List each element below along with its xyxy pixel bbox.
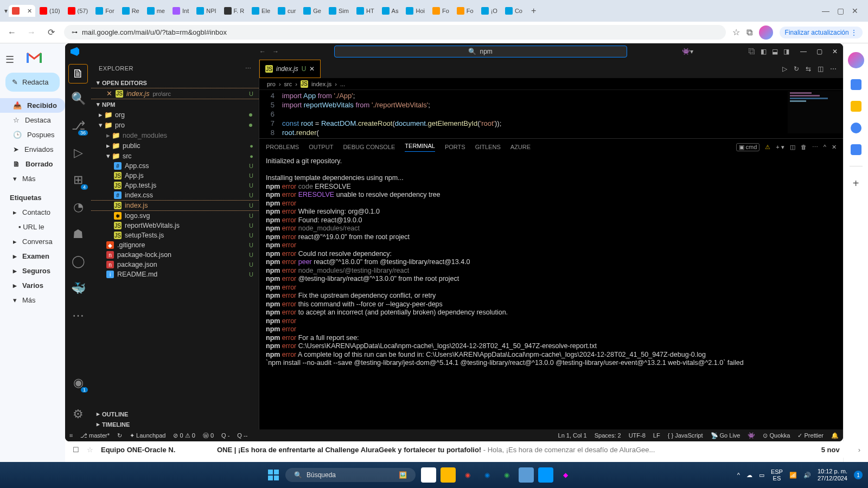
browser-tab[interactable]: F. R bbox=[221, 5, 248, 17]
star-icon[interactable]: ☆ bbox=[87, 446, 93, 454]
gmail-nav-item[interactable]: 📥Recibido bbox=[0, 98, 65, 113]
wifi-icon[interactable]: 📶 bbox=[789, 472, 797, 479]
browser-tab[interactable]: me bbox=[144, 5, 168, 17]
more-activity-icon[interactable]: ⋯ bbox=[66, 304, 90, 328]
gmail-label-item[interactable]: ▸Contacto bbox=[0, 205, 65, 220]
folder-org[interactable]: ▸ 📁 org bbox=[91, 110, 259, 120]
editor-tab[interactable]: JS index.js U ✕ bbox=[259, 60, 321, 78]
edge-icon[interactable]: ◉ bbox=[480, 467, 495, 483]
vsc-minimize-icon[interactable]: — bbox=[800, 48, 807, 55]
code-editor[interactable]: 4import App from './App';5import reportW… bbox=[259, 90, 843, 138]
battery-icon[interactable]: ▭ bbox=[759, 472, 764, 479]
open-editors-section[interactable]: ▾ OPEN EDITORS bbox=[91, 78, 259, 88]
bookmark-star-icon[interactable]: ☆ bbox=[732, 27, 740, 37]
editor-more-icon[interactable]: ⋯ bbox=[830, 65, 837, 73]
terminal-output[interactable]: Initialized a git repository. Installing… bbox=[259, 155, 843, 429]
close-editor-icon[interactable]: ✕ bbox=[106, 89, 112, 98]
split-editor-icon[interactable]: ◫ bbox=[818, 65, 824, 73]
gmail-label-item[interactable]: ▸Seguros bbox=[0, 264, 65, 278]
file-package-lock-json[interactable]: n package-lock.jsonU bbox=[91, 250, 259, 260]
browser-tab[interactable]: HT bbox=[353, 5, 378, 17]
prettier-status[interactable]: ✓ Prettier bbox=[797, 432, 824, 439]
panel-tab-debug-console[interactable]: DEBUG CONSOLE bbox=[343, 144, 395, 150]
go-live-status[interactable]: 📡 Go Live bbox=[711, 432, 741, 439]
command-center[interactable]: 🔍 npm bbox=[334, 46, 627, 57]
file-App-js[interactable]: JS App.jsU bbox=[91, 171, 259, 181]
file-App-css[interactable]: # App.cssU bbox=[91, 161, 259, 171]
browser-tab[interactable]: (10) bbox=[36, 5, 63, 17]
browser-tab[interactable]: Int bbox=[169, 5, 192, 17]
gmail-nav-item[interactable]: ▾Más bbox=[0, 171, 65, 186]
extensions-icon[interactable]: ⧉ bbox=[746, 28, 752, 37]
explorer-activity-icon[interactable]: 🗎 bbox=[68, 64, 88, 84]
sync-status-icon[interactable]: ↻ bbox=[117, 432, 122, 439]
settings-activity-icon[interactable]: ⚙ bbox=[66, 402, 90, 426]
taskbar-search[interactable]: 🔍 Búsqueda 🖼️ bbox=[285, 468, 416, 482]
calendar-icon[interactable] bbox=[851, 79, 861, 90]
tab-dropdown-icon[interactable]: ▾ bbox=[4, 7, 8, 15]
file-README-md[interactable]: i README.mdU bbox=[91, 269, 259, 279]
github-activity-icon[interactable]: ◯ bbox=[66, 249, 90, 273]
layout-icon[interactable]: ⿻ bbox=[749, 48, 755, 55]
window-minimize-icon[interactable]: — bbox=[822, 7, 829, 15]
keep-icon[interactable] bbox=[851, 101, 861, 112]
tasks-icon[interactable] bbox=[851, 123, 861, 133]
q-status[interactable]: Q - bbox=[221, 432, 229, 439]
window-close-icon[interactable]: ✕ bbox=[852, 7, 858, 15]
gmail-label-item[interactable]: ▪ URL le bbox=[0, 220, 65, 234]
browser-tab[interactable]: As bbox=[379, 5, 402, 17]
run-debug-activity-icon[interactable]: ▷ bbox=[66, 141, 90, 165]
compose-button[interactable]: ✎ Redacta bbox=[5, 73, 60, 92]
eol-status[interactable]: LF bbox=[653, 432, 660, 439]
email-list-row[interactable]: ☐ ☆ Equipo ONE-Oracle N. ONE | ¡Es hora … bbox=[65, 441, 868, 458]
forward-button[interactable]: → bbox=[25, 28, 38, 37]
kill-terminal-icon[interactable]: 🗑 bbox=[801, 144, 807, 150]
new-terminal-icon[interactable]: + ▾ bbox=[776, 144, 784, 151]
browser-tab[interactable]: For bbox=[92, 5, 118, 17]
indent-status[interactable]: Spaces: 2 bbox=[595, 432, 621, 439]
extensions-activity-icon[interactable]: ⊞4 bbox=[66, 168, 90, 192]
breadcrumb[interactable]: pro › src › JS index.js › ... bbox=[259, 78, 843, 90]
branch-status[interactable]: ⎇ master* bbox=[80, 432, 110, 439]
task-view-icon[interactable] bbox=[421, 467, 436, 483]
browser-tab[interactable]: Fo bbox=[429, 5, 452, 17]
panel-tab-gitlens[interactable]: GITLENS bbox=[475, 144, 501, 150]
folder-src[interactable]: ▾ 📁 src● bbox=[91, 151, 259, 161]
browser-tab[interactable]: Fo bbox=[454, 5, 477, 17]
terminal-more-icon[interactable]: ⋯ bbox=[812, 144, 818, 151]
language-indicator[interactable]: ESPES bbox=[771, 468, 783, 481]
panel-right-icon[interactable]: ◨ bbox=[783, 48, 789, 55]
file-explorer-icon[interactable] bbox=[441, 467, 456, 483]
panel-bottom-icon[interactable]: ⬓ bbox=[772, 48, 778, 55]
file-setupTests-js[interactable]: JS setupTests.jsU bbox=[91, 230, 259, 240]
close-tab-icon[interactable]: ✕ bbox=[309, 65, 315, 73]
gmail-label-item[interactable]: ▸Examen bbox=[0, 249, 65, 264]
close-panel-icon[interactable]: ✕ bbox=[832, 144, 837, 151]
notifications-taskbar-icon[interactable]: 1 bbox=[854, 471, 863, 479]
file--gitignore[interactable]: ◆ .gitignoreU bbox=[91, 240, 259, 250]
vscode-taskbar-icon[interactable] bbox=[538, 467, 553, 483]
gmail-label-item[interactable]: ▸Varios bbox=[0, 278, 65, 293]
gmail-label-item[interactable]: ▾Más bbox=[0, 293, 65, 307]
gmail-nav-item[interactable]: 🗎Borrado bbox=[0, 157, 65, 171]
profile-avatar[interactable] bbox=[759, 25, 773, 40]
panel-tab-terminal[interactable]: TERMINAL bbox=[405, 143, 435, 152]
docker-activity-icon[interactable]: 🐳 bbox=[66, 277, 90, 300]
file-index-css[interactable]: # index.cssU bbox=[91, 190, 259, 200]
copilot-status-icon[interactable]: 👾 bbox=[748, 432, 755, 439]
titlebar-forward-icon[interactable]: → bbox=[272, 48, 279, 55]
run-debug-icon[interactable]: ↻ bbox=[794, 65, 799, 73]
clock[interactable]: 10:12 p. m.27/12/2024 bbox=[818, 468, 847, 482]
add-panel-icon[interactable]: + bbox=[853, 177, 859, 190]
warnings-status[interactable]: Ⓦ 0 bbox=[203, 432, 214, 440]
source-control-activity-icon[interactable]: ⎇36 bbox=[66, 114, 90, 138]
window-restore-icon[interactable]: ▢ bbox=[837, 7, 844, 15]
expand-icon[interactable]: › bbox=[858, 446, 860, 454]
maximize-panel-icon[interactable]: ^ bbox=[824, 144, 826, 150]
site-info-icon[interactable]: ⊶ bbox=[72, 29, 78, 36]
panel-tab-ports[interactable]: PORTS bbox=[445, 144, 465, 150]
back-button[interactable]: ← bbox=[5, 28, 18, 37]
browser-tab[interactable]: ✕ bbox=[9, 5, 35, 17]
menu-icon[interactable]: ☰ bbox=[5, 54, 14, 66]
notifications-icon[interactable]: 🔔 bbox=[831, 432, 839, 439]
